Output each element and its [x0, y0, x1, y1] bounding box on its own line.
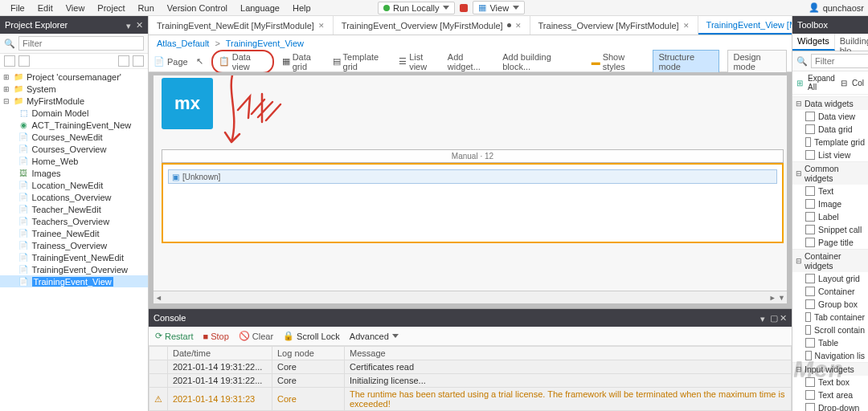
- menu-project[interactable]: Project: [91, 3, 131, 13]
- menu-run[interactable]: Run: [132, 3, 161, 13]
- close-icon[interactable]: ✕: [780, 313, 787, 324]
- breadcrumb-root[interactable]: Atlas_Default: [157, 39, 209, 48]
- tree-node-images[interactable]: 🖼Images: [0, 167, 148, 179]
- tree-node-project-coursemanager-[interactable]: ⊞📁Project 'coursemanager': [0, 71, 148, 83]
- breadcrumb-leaf[interactable]: TrainingEvent_View: [226, 39, 304, 48]
- editor-tab[interactable]: TrainingEvent_View [MyFirstModule]✕: [698, 16, 792, 35]
- toolbox-item-template-grid[interactable]: Template grid: [792, 136, 868, 149]
- toolbar-templategrid[interactable]: ▤ Template grid: [333, 52, 391, 71]
- menu-view[interactable]: View: [59, 3, 92, 13]
- toolbox-section[interactable]: ⊟ Common widgets: [792, 161, 868, 185]
- console-scrolllock[interactable]: 🔒 Scroll Lock: [283, 331, 340, 341]
- view-button[interactable]: ▦ View: [473, 1, 525, 14]
- toolbox-item-drop-down[interactable]: Drop-down: [792, 401, 868, 411]
- tree-node-teacher-newedit[interactable]: 📄Teacher_NewEdit: [0, 203, 148, 215]
- log-col-icon[interactable]: [149, 347, 168, 360]
- toolbar-showstyles[interactable]: ▬ Show styles: [592, 52, 645, 71]
- toolbox-item-data-view[interactable]: Data view: [792, 110, 868, 123]
- console-advanced[interactable]: Advanced: [350, 332, 399, 341]
- close-icon[interactable]: ✕: [683, 22, 690, 30]
- run-locally-button[interactable]: Run Locally: [378, 2, 455, 14]
- toolbar-addblock[interactable]: Add building block...: [502, 52, 575, 71]
- console-restart[interactable]: ⟳ Restart: [155, 331, 193, 341]
- toolbox-item-table[interactable]: Table: [792, 336, 868, 349]
- editor-tab[interactable]: TrainingEvent_NewEdit [MyFirstModule]✕: [149, 16, 334, 35]
- toolbar-design-mode[interactable]: Design mode: [727, 50, 787, 74]
- menu-file[interactable]: File: [4, 3, 31, 13]
- toolbox-section[interactable]: ⊟ Container widgets: [792, 249, 868, 272]
- toolbox-item-page-title[interactable]: Page title: [792, 236, 868, 249]
- console-stop[interactable]: ■ Stop: [203, 332, 228, 341]
- tree-node-courses-overview[interactable]: 📄Courses_Overview: [0, 143, 148, 155]
- tree-node-system[interactable]: ⊞📁System: [0, 83, 148, 95]
- collapse-icon[interactable]: ⊟: [841, 79, 847, 87]
- toolbox-item-tab-container[interactable]: Tab container: [792, 311, 868, 324]
- collapse-all[interactable]: Col: [852, 79, 864, 87]
- tree-node-trainee-newedit[interactable]: 📄Trainee_NewEdit: [0, 227, 148, 239]
- toolbox-section[interactable]: ⊟ Input widgets: [792, 362, 868, 376]
- expand-all[interactable]: Expand All: [808, 74, 836, 92]
- toolbox-item-text-area[interactable]: Text area: [792, 389, 868, 401]
- toolbox-item-snippet-call[interactable]: Snippet call: [792, 223, 868, 236]
- toolbox-item-layout-grid[interactable]: Layout grid: [792, 272, 868, 285]
- pin-icon[interactable]: ▾: [760, 314, 768, 322]
- toolbox-item-group-box[interactable]: Group box: [792, 298, 868, 311]
- expand-icon[interactable]: ⊞: [796, 79, 803, 87]
- tool-icon[interactable]: [133, 55, 144, 67]
- tree-node-trainingevent-overview[interactable]: 📄TrainingEvent_Overview: [0, 263, 148, 275]
- tree-node-home-web[interactable]: 📄Home_Web: [0, 155, 148, 167]
- toolbar-dataview[interactable]: 📋 Data view: [211, 50, 274, 74]
- log-col-node[interactable]: Log node: [272, 347, 345, 360]
- tree-node-domain-model[interactable]: ⬚Domain Model: [0, 107, 148, 119]
- tree-node-trainingevent-view[interactable]: 📄TrainingEvent_View: [0, 275, 148, 287]
- toolbox-item-list-view[interactable]: List view: [792, 149, 868, 161]
- log-row[interactable]: 2021-01-14 19:31:22...CoreInitializing l…: [149, 374, 792, 388]
- tool-icon[interactable]: [4, 55, 15, 67]
- tree-node-myfirstmodule[interactable]: ⊟📁MyFirstModule: [0, 95, 148, 107]
- canvas-scrollbar[interactable]: ◄► ▼: [154, 291, 787, 303]
- tree-node-location-newedit[interactable]: 📄Location_NewEdit: [0, 179, 148, 191]
- menu-vcs[interactable]: Version Control: [161, 3, 234, 13]
- project-filter-input[interactable]: [18, 36, 144, 51]
- tree-node-courses-newedit[interactable]: 📄Courses_NewEdit: [0, 131, 148, 143]
- menu-help[interactable]: Help: [286, 3, 317, 13]
- stop-icon[interactable]: [460, 4, 468, 12]
- tree-node-act-trainingevent-new[interactable]: ◉ACT_TrainingEvent_New: [0, 119, 148, 131]
- toolbox-item-text-box[interactable]: Text box: [792, 376, 868, 389]
- close-icon[interactable]: ✕: [136, 20, 143, 31]
- toolbox-item-container[interactable]: Container: [792, 285, 868, 298]
- toolbox-item-data-grid[interactable]: Data grid: [792, 123, 868, 136]
- tool-icon[interactable]: [118, 55, 129, 67]
- tree-node-trainingevent-newedit[interactable]: 📄TrainingEvent_NewEdit: [0, 251, 148, 263]
- toolbox-filter-input[interactable]: [811, 54, 868, 68]
- toolbar-datagrid[interactable]: ▦ Data grid: [282, 52, 325, 71]
- log-col-message[interactable]: Message: [345, 347, 792, 360]
- toolbar-structure-mode[interactable]: Structure mode: [653, 50, 719, 74]
- toolbar-page[interactable]: 📄 Page: [154, 56, 188, 67]
- editor-tab[interactable]: TrainingEvent_Overview [MyFirstModule]✕: [334, 16, 530, 35]
- dataview-container[interactable]: ▣ [Unknown]: [162, 163, 784, 243]
- tool-icon[interactable]: [18, 55, 30, 67]
- log-row[interactable]: 2021-01-14 19:31:22...CoreCertificates r…: [149, 360, 792, 374]
- log-col-datetime[interactable]: Date/time: [168, 347, 272, 360]
- toolbox-item-navigation-lis[interactable]: Navigation lis: [792, 349, 868, 362]
- toolbox-item-scroll-contain[interactable]: Scroll contain: [792, 324, 868, 336]
- page-canvas[interactable]: mx Manual · 12 ▣ [Unknown] ◄► ▼: [149, 72, 792, 308]
- toolbox-section[interactable]: ⊟ Data widgets: [792, 96, 868, 110]
- user-name[interactable]: qunchaosr: [823, 3, 864, 13]
- menu-language[interactable]: Language: [234, 3, 286, 13]
- dataview-unknown-row[interactable]: ▣ [Unknown]: [168, 169, 777, 184]
- toolbox-item-label[interactable]: Label: [792, 210, 868, 223]
- toolbar-addwidget[interactable]: Add widget...: [448, 52, 494, 71]
- toolbox-tab-widgets[interactable]: Widgets: [792, 34, 835, 51]
- maximize-icon[interactable]: ▢: [770, 313, 778, 324]
- toolbox-tab-blocks[interactable]: Building blo: [835, 34, 868, 51]
- toolbox-item-text[interactable]: Text: [792, 185, 868, 197]
- menu-edit[interactable]: Edit: [31, 3, 59, 13]
- project-tree[interactable]: ⊞📁Project 'coursemanager'⊞📁System⊟📁MyFir…: [0, 69, 148, 411]
- log-row[interactable]: ⚠2021-01-14 19:31:23CoreThe runtime has …: [149, 388, 792, 411]
- editor-tab[interactable]: Trainess_Overview [MyFirstModule]✕: [530, 16, 698, 35]
- tree-node-locations-overview[interactable]: 📄Locations_Overview: [0, 191, 148, 203]
- pin-icon[interactable]: ▾: [126, 21, 134, 29]
- toolbar-listview[interactable]: ☰ List view: [399, 52, 440, 71]
